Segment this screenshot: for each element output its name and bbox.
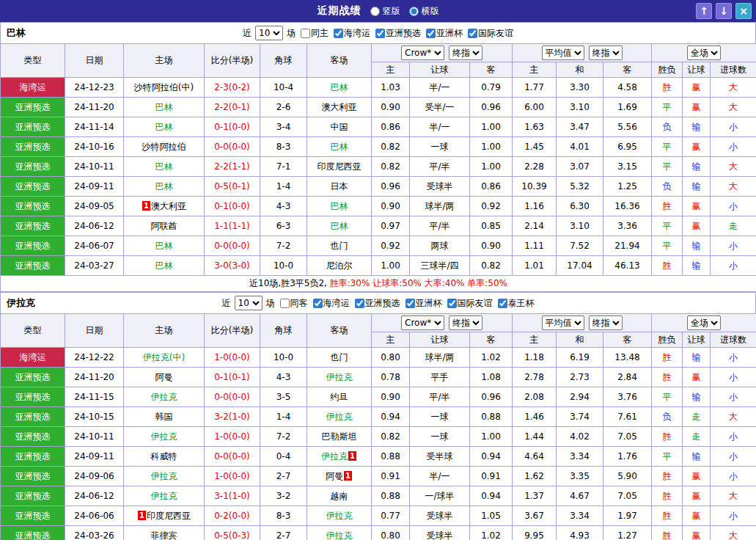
result-cell: 走 [683,407,711,427]
handicap-odds-cell: 0.78 [372,368,410,387]
score-cell: 0-0(0-0) [205,137,260,157]
handicap-odds-cell: 0.96 [372,177,410,197]
filter-checkbox-亚洲杯[interactable]: 亚洲杯 [405,297,442,310]
recent-count-select[interactable]: 10 [235,296,263,310]
filter-checkbox-同主[interactable]: 同主 [301,27,329,40]
europe-odds-cell: 7.61 [603,407,652,427]
match-row: 亚洲预选24-06-12阿联酋1-1(1-1)6-3巴林0.97平/半0.852… [1,216,756,236]
filter-checkbox-input[interactable] [405,299,415,308]
date-cell: 24-11-14 [65,117,124,137]
match-row: 亚洲预选24-06-12伊拉克3-1(1-0)3-2越南0.88一/球半0.94… [1,486,756,506]
bookmaker-select[interactable]: Crow* [401,315,444,330]
vertical-view-radio[interactable] [370,7,380,16]
filter-checkbox-泰王杯[interactable]: 泰王杯 [498,297,535,310]
average-odds-select[interactable]: 平均值 [542,315,584,330]
europe-odds-cell: 2.94 [557,387,603,407]
summary-rates: 胜率:30% 让球率:50% 大率:40% 单率:50% [330,278,507,288]
filter-checkbox-海湾运[interactable]: 海湾运 [313,297,350,310]
handicap-odds-cell: 0.85 [470,216,513,236]
handicap-odds-cell: 0.88 [372,447,410,467]
home-team-cell: 沙特阿拉伯 [124,137,205,157]
score-cell: 0-1(0-0) [205,117,260,137]
away-team-cell: 也门 [307,236,372,256]
sub-column-header: 客 [603,332,652,348]
competition-type-cell: 亚洲预选 [1,526,65,540]
filter-checkbox-label: 亚洲预选 [386,27,421,40]
filter-checkbox-input[interactable] [301,29,310,38]
corners-cell: 3-2 [260,486,307,506]
filter-checkbox-label: 国际友谊 [478,27,513,40]
header-row-selects: 类型日期主场比分(半场)角球客场 Crow*终指 平均值终指 全场 [1,314,756,332]
handicap-odds-cell: 一球 [410,427,470,447]
away-team-cell: 日本 [307,177,372,197]
team-label: 巴林 [155,241,173,251]
handicap-odds-cell: 0.82 [470,256,513,276]
recent-count-select[interactable]: 10 [255,26,283,40]
team-label: 巴林 [155,161,173,172]
filter-checkbox-亚洲杯[interactable]: 亚洲杯 [426,27,463,40]
filter-checkbox-label: 国际友谊 [458,297,493,310]
europe-odds-cell: 3.35 [557,467,603,486]
filter-checkbox-input[interactable] [498,299,507,308]
filter-checkbox-国际友谊[interactable]: 国际友谊 [468,27,513,40]
filter-checkbox-input[interactable] [280,299,290,308]
europe-odds-cell: 3.76 [603,387,652,407]
europe-odds-cell: 1.44 [513,427,557,447]
europe-odds-cell: 4.67 [557,486,603,506]
europe-odds-cell: 6.95 [603,137,652,157]
handicap-odds-cell: 1.00 [470,117,513,137]
filter-checkbox-海湾运[interactable]: 海湾运 [334,27,370,40]
date-cell: 24-06-12 [65,486,124,506]
handicap-odds-cell: 受半球 [410,447,470,467]
sub-column-header: 胜负 [652,332,683,348]
bookmaker-select[interactable]: Crow* [401,45,444,60]
team-label: 中国 [331,122,348,132]
europe-odds-cell: 7.05 [603,486,652,506]
odds-stage-select[interactable]: 终指 [449,315,482,330]
odds-stage-select[interactable]: 终指 [449,45,482,60]
filter-checkbox-input[interactable] [468,29,477,38]
home-team-cell: 韩国 [124,407,205,427]
match-row: 亚洲预选24-06-061印度尼西亚0-2(0-0)8-3伊拉克0.77受球半1… [1,506,756,526]
home-team-cell: 巴林 [124,256,205,276]
filter-checkbox-同客[interactable]: 同客 [280,297,308,310]
handicap-odds-cell: 半/一 [410,467,470,486]
handicap-odds-cell: 平手 [410,368,470,387]
handicap-odds-cell: 半/一 [410,117,470,137]
date-cell: 24-09-05 [65,197,124,216]
results-table: 类型日期主场比分(半场)角球客场 Crow*终指 平均值终指 全场 主让球客主和… [0,43,756,292]
filter-checkbox-input[interactable] [313,299,323,308]
view-option-horizontal[interactable]: 横版 [409,5,439,18]
team-label: 约旦 [331,392,348,402]
filter-checkbox-input[interactable] [375,29,385,38]
team-label: 巴林 [155,122,173,132]
filter-checkbox-input[interactable] [426,29,436,38]
scroll-up-button[interactable]: ↑ [696,3,712,19]
filter-checkbox-国际友谊[interactable]: 国际友谊 [447,297,493,310]
match-scope-select[interactable]: 全场 [687,45,721,60]
sub-column-header: 客 [470,62,513,78]
scroll-down-button[interactable]: ↓ [716,3,732,19]
result-cell: 胜 [652,348,683,368]
match-scope-select[interactable]: 全场 [687,315,721,330]
europe-odds-cell: 1.37 [513,486,557,506]
date-cell: 24-12-23 [65,78,124,98]
filter-checkbox-input[interactable] [355,299,364,308]
average-odds-select[interactable]: 平均值 [542,45,584,60]
filter-checkbox-input[interactable] [334,29,343,38]
europe-odds-cell: 1.01 [513,256,557,276]
filter-checkbox-亚洲预选[interactable]: 亚洲预选 [355,297,400,310]
match-row: 亚洲预选24-09-06伊拉克1-0(0-0)2-7阿曼10.91半/一0.91… [1,467,756,486]
filter-checkbox-亚洲预选[interactable]: 亚洲预选 [375,27,421,40]
odds-stage-select[interactable]: 终指 [589,315,623,330]
close-button[interactable]: × [735,3,752,19]
competition-type-cell: 亚洲预选 [1,407,65,427]
view-option-vertical[interactable]: 竖版 [370,5,400,18]
filter-checkbox-input[interactable] [447,299,457,308]
competition-type-cell: 亚洲预选 [1,117,65,137]
odds-stage-select[interactable]: 终指 [589,45,623,60]
horizontal-view-radio[interactable] [409,7,419,16]
team-label: 韩国 [155,412,173,422]
handicap-odds-cell: 1.00 [470,157,513,177]
result-cell: 输 [683,256,711,276]
